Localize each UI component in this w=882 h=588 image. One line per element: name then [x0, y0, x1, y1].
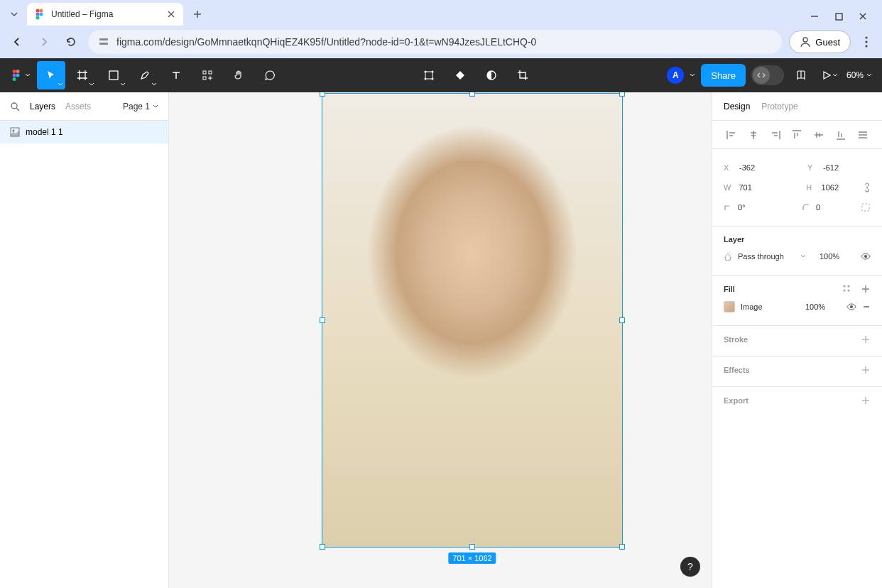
component-tool[interactable]	[446, 61, 474, 89]
tab-assets[interactable]: Assets	[65, 102, 91, 111]
library-button[interactable]	[790, 61, 812, 89]
tab-design[interactable]: Design	[724, 102, 750, 111]
figma-menu-button[interactable]	[6, 61, 34, 89]
rotation-input[interactable]: 0°	[738, 203, 773, 212]
constrain-icon[interactable]	[863, 183, 871, 192]
svg-rect-17	[109, 71, 118, 80]
hand-tool[interactable]	[224, 61, 253, 89]
plus-icon[interactable]	[861, 334, 871, 344]
blend-mode-select[interactable]: Pass through	[738, 252, 795, 261]
figma-logo-icon	[10, 69, 23, 82]
distribute-icon[interactable]	[857, 129, 869, 141]
shape-tool[interactable]	[99, 61, 128, 89]
text-tool[interactable]	[162, 61, 190, 89]
resources-tool[interactable]	[193, 61, 222, 89]
left-panel: Layers Assets Page 1 model 1 1	[0, 92, 169, 588]
tab-search-button[interactable]	[6, 6, 23, 23]
x-input[interactable]: -362	[739, 163, 775, 172]
resize-handle-bl[interactable]	[320, 544, 325, 550]
align-bottom-icon[interactable]	[835, 129, 846, 141]
layer-item[interactable]: model 1 1	[0, 121, 168, 143]
eye-icon[interactable]	[846, 302, 856, 312]
chevron-down-icon[interactable]	[690, 72, 695, 78]
pen-tool[interactable]	[131, 61, 159, 89]
play-icon	[822, 70, 832, 80]
svg-point-27	[11, 103, 17, 109]
selected-object[interactable]: 701 × 1062	[322, 93, 623, 548]
frame-icon	[77, 70, 88, 81]
y-input[interactable]: -612	[823, 163, 859, 172]
minimize-button[interactable]	[810, 11, 820, 21]
svg-rect-30	[862, 204, 869, 211]
frame-tool[interactable]	[68, 61, 97, 89]
close-icon[interactable]	[166, 9, 176, 19]
cursor-icon	[45, 70, 57, 81]
forward-button[interactable]	[34, 32, 54, 52]
guest-label: Guest	[815, 37, 840, 48]
svg-point-23	[431, 71, 433, 73]
dev-mode-toggle[interactable]	[751, 65, 784, 85]
user-avatar[interactable]: A	[667, 67, 684, 84]
h-input[interactable]: 1062	[822, 183, 857, 192]
chevron-down-icon	[866, 72, 872, 78]
styles-icon[interactable]	[842, 284, 852, 294]
resize-handle-tm[interactable]	[469, 92, 475, 97]
svg-point-33	[848, 285, 850, 288]
figma-favicon-icon	[34, 9, 45, 20]
plus-icon[interactable]	[861, 396, 871, 405]
component-icon	[454, 70, 466, 81]
kebab-icon	[865, 36, 868, 48]
close-window-button[interactable]	[858, 11, 868, 21]
radius-input[interactable]: 0	[816, 203, 851, 212]
align-top-icon[interactable]	[791, 129, 802, 141]
align-right-icon[interactable]	[770, 129, 781, 141]
comment-tool[interactable]	[256, 61, 284, 89]
tab-layers[interactable]: Layers	[30, 102, 55, 111]
opacity-input[interactable]: 100%	[820, 252, 855, 261]
eye-icon[interactable]	[861, 251, 871, 261]
align-hcenter-icon[interactable]	[748, 129, 759, 141]
search-icon[interactable]	[10, 102, 20, 111]
fill-swatch[interactable]	[724, 301, 735, 312]
plus-icon[interactable]	[861, 365, 871, 375]
move-tool[interactable]	[37, 61, 65, 89]
align-left-icon[interactable]	[726, 129, 737, 141]
minus-icon[interactable]	[862, 303, 871, 311]
resize-handle-mr[interactable]	[619, 317, 625, 323]
browser-chrome: Untitled – Figma figma.com/design/GoMmna…	[0, 0, 882, 58]
browser-tab[interactable]: Untitled – Figma	[27, 3, 183, 26]
workspace: Layers Assets Page 1 model 1 1 701 × 106…	[0, 92, 882, 588]
plus-icon[interactable]	[861, 284, 871, 294]
minimize-icon	[810, 12, 819, 21]
resize-handle-tl[interactable]	[320, 92, 325, 97]
profile-button[interactable]: Guest	[789, 31, 851, 53]
edit-object-tool[interactable]	[415, 61, 443, 89]
resize-handle-tr[interactable]	[619, 92, 625, 97]
page-selector[interactable]: Page 1	[123, 102, 158, 111]
x-label: X	[724, 163, 734, 172]
alignment-controls	[712, 121, 882, 149]
mask-tool[interactable]	[477, 61, 506, 89]
fill-type[interactable]: Image	[741, 303, 776, 311]
back-button[interactable]	[7, 32, 27, 52]
canvas[interactable]: 701 × 1062 ?	[169, 92, 712, 588]
resize-handle-bm[interactable]	[469, 544, 475, 550]
zoom-control[interactable]: 60%	[846, 70, 876, 80]
help-button[interactable]: ?	[680, 557, 700, 577]
resize-handle-br[interactable]	[619, 544, 625, 550]
maximize-button[interactable]	[834, 11, 844, 21]
share-button[interactable]: Share	[701, 64, 746, 87]
present-button[interactable]	[818, 61, 841, 89]
reload-button[interactable]	[61, 32, 81, 52]
crop-tool[interactable]	[508, 61, 537, 89]
new-tab-button[interactable]	[187, 4, 207, 24]
tab-prototype[interactable]: Prototype	[761, 102, 797, 111]
independent-corners-icon[interactable]	[861, 202, 871, 212]
browser-menu-button[interactable]	[858, 36, 875, 48]
fill-opacity-input[interactable]: 100%	[805, 303, 841, 311]
align-vcenter-icon[interactable]	[813, 129, 824, 141]
book-icon	[795, 70, 807, 81]
resize-handle-ml[interactable]	[320, 317, 325, 323]
url-input[interactable]: figma.com/design/GoMmnaetkqnQHiqEZ4K95f/…	[88, 30, 782, 54]
w-input[interactable]: 701	[739, 183, 774, 192]
